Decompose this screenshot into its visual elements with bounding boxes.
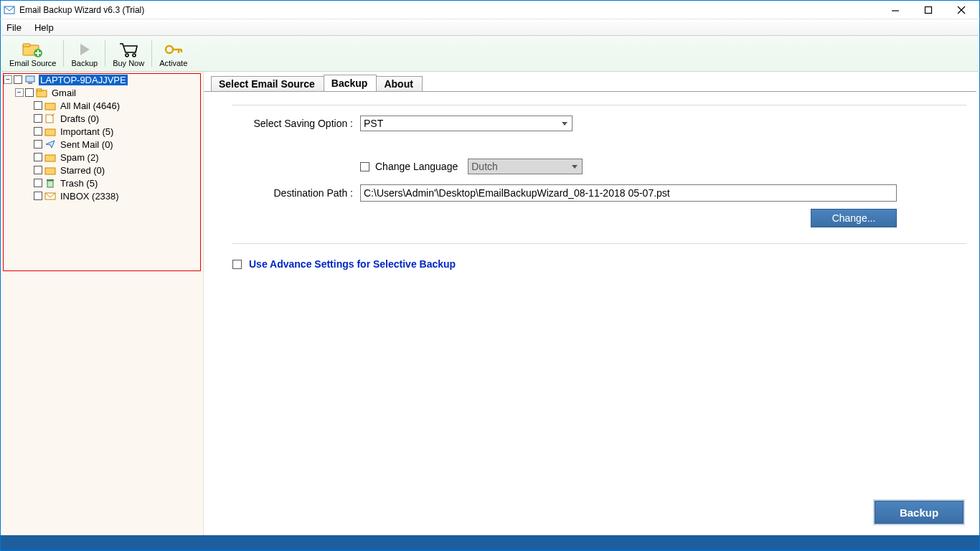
toolbar-backup[interactable]: Backup [65, 37, 103, 70]
folder-open-icon [36, 88, 47, 98]
svg-rect-17 [26, 76, 34, 82]
folder-icon [44, 126, 56, 136]
tree-node-folder[interactable]: Starred (0) [4, 164, 203, 176]
svg-rect-21 [45, 103, 55, 110]
svg-point-11 [126, 54, 128, 57]
checkbox[interactable] [34, 140, 42, 149]
language-select[interactable]: Dutch [468, 159, 583, 174]
tab-select-source[interactable]: Select Email Source [211, 76, 324, 92]
svg-rect-29 [47, 179, 54, 181]
svg-rect-2 [925, 6, 932, 13]
svg-point-12 [133, 54, 136, 57]
checkbox[interactable] [34, 166, 42, 174]
trash-icon [44, 178, 56, 188]
folder-add-icon [22, 40, 44, 59]
svg-point-13 [166, 46, 173, 53]
tree-node-folder[interactable]: Trash (5) [4, 176, 203, 189]
svg-rect-18 [28, 83, 32, 84]
tree-node-label: Spam (2) [59, 152, 100, 163]
app-icon [4, 4, 15, 16]
saving-option-select[interactable]: PST [360, 116, 573, 131]
inbox-icon [44, 191, 56, 201]
checkbox[interactable] [25, 88, 34, 97]
svg-marker-10 [80, 44, 90, 55]
advance-settings-row: Use Advance Settings for Selective Backu… [232, 258, 966, 270]
tree-node-account[interactable]: − Gmail [4, 86, 203, 99]
tab-backup[interactable]: Backup [324, 75, 377, 92]
tree-node-folder[interactable]: INBOX (2338) [4, 189, 203, 202]
divider [232, 105, 966, 105]
svg-rect-26 [45, 155, 55, 161]
menu-help[interactable]: Help [34, 22, 54, 33]
checkbox[interactable] [34, 192, 42, 200]
toolbar-label: Activate [159, 59, 187, 67]
destination-label: Destination Path : [232, 187, 360, 199]
language-value: Dutch [471, 161, 498, 172]
checkbox[interactable] [14, 75, 22, 84]
tree-node-folder[interactable]: Sent Mail (0) [4, 138, 203, 151]
folder-icon [44, 152, 56, 162]
tab-about[interactable]: About [376, 76, 422, 92]
tree-node-label: INBOX (2338) [59, 191, 121, 202]
change-language-label: Change Language [375, 161, 458, 172]
advance-settings-checkbox[interactable] [232, 260, 242, 269]
toolbar-label: Email Source [9, 59, 56, 67]
checkbox[interactable] [34, 101, 42, 110]
saving-option-label: Select Saving Option : [232, 118, 360, 129]
destination-row: Destination Path : [232, 184, 966, 202]
svg-marker-25 [46, 141, 55, 148]
svg-rect-27 [45, 168, 55, 174]
toolbar-separator [63, 40, 64, 67]
divider [232, 243, 966, 244]
play-icon [76, 40, 93, 59]
tree-node-folder[interactable]: All Mail (4646) [4, 99, 203, 112]
toolbar-separator [105, 40, 105, 67]
toolbar-label: Buy Now [113, 59, 144, 67]
collapse-icon[interactable]: − [4, 75, 12, 84]
checkbox[interactable] [34, 114, 42, 123]
window-title: Email Backup Wizard v6.3 (Trial) [19, 5, 882, 15]
tabstrip: Select Email Source Backup About [204, 75, 979, 92]
statusbar [0, 535, 980, 551]
change-language-checkbox[interactable] [360, 162, 369, 171]
tree-node-folder[interactable]: Spam (2) [4, 151, 203, 164]
svg-rect-24 [45, 129, 55, 136]
tree-node-label: Drafts (0) [59, 113, 100, 124]
toolbar-activate[interactable]: Activate [154, 37, 193, 70]
sent-icon [44, 139, 56, 149]
tree-node-root[interactable]: − LAPTOP-9DAJJVPE [4, 73, 203, 86]
cart-icon [118, 40, 138, 59]
collapse-icon[interactable]: − [15, 88, 24, 97]
tree-node-folder[interactable]: Drafts (0) [4, 112, 203, 125]
advance-settings-label: Use Advance Settings for Selective Backu… [249, 258, 456, 270]
toolbar-separator [151, 40, 152, 67]
destination-input[interactable] [360, 184, 897, 202]
tree-node-label: Starred (0) [59, 165, 106, 176]
toolbar-email-source[interactable]: Email Source [4, 37, 62, 70]
toolbar: Email Source Backup Buy Now Activate [0, 36, 980, 72]
backup-button[interactable]: Backup [875, 501, 963, 524]
titlebar: Email Backup Wizard v6.3 (Trial) [0, 0, 980, 19]
tree-node-label: Sent Mail (0) [59, 139, 115, 150]
maximize-button[interactable] [915, 2, 942, 18]
tree-node-label: Important (5) [59, 126, 115, 137]
svg-rect-20 [37, 89, 42, 91]
tree-node-folder[interactable]: Important (5) [4, 125, 203, 138]
saving-option-row: Select Saving Option : PST [232, 116, 966, 131]
checkbox[interactable] [34, 179, 42, 187]
saving-option-value: PST [364, 118, 383, 129]
menubar: File Help [0, 19, 980, 36]
checkbox[interactable] [34, 153, 42, 161]
change-button[interactable]: Change... [811, 209, 897, 227]
minimize-button[interactable] [882, 2, 909, 18]
close-button[interactable] [948, 2, 975, 18]
toolbar-buy-now[interactable]: Buy Now [107, 37, 150, 70]
content-pane: Select Email Source Backup About Select … [204, 72, 979, 535]
checkbox[interactable] [34, 127, 42, 136]
drafts-icon [44, 113, 56, 123]
backup-panel: Select Saving Option : PST Change Langua… [204, 92, 979, 535]
folder-tree-pane: − LAPTOP-9DAJJVPE − Gmail All Mail (4646… [1, 72, 204, 535]
change-language-row: Change Language Dutch [360, 159, 966, 174]
tree-node-label: Gmail [50, 88, 77, 98]
menu-file[interactable]: File [6, 22, 22, 33]
